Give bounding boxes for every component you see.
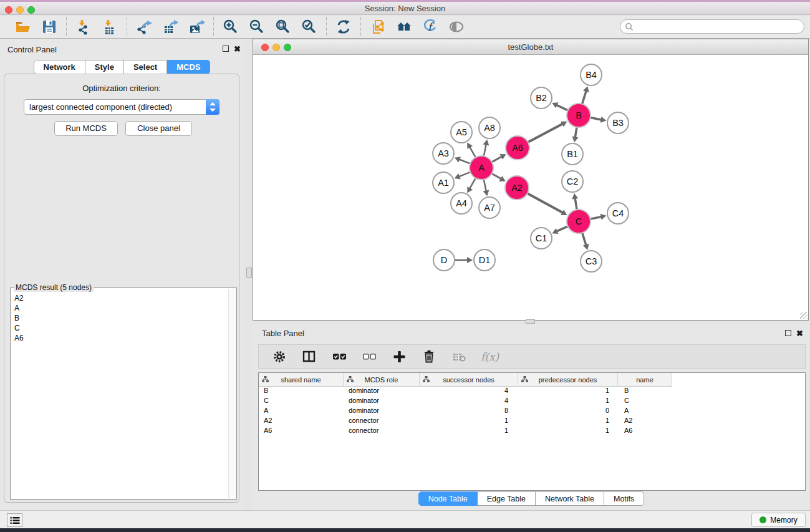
network-graph[interactable]: B4B2BB3A5A8A6A3B1AA1C2A2A4A7C4CC1C3DD1: [253, 55, 808, 320]
export-table-button[interactable]: [162, 18, 179, 36]
memory-button[interactable]: Memory: [751, 513, 806, 527]
tab-edge-table[interactable]: Edge Table: [478, 491, 536, 506]
export-network-button[interactable]: [135, 18, 153, 36]
table-cell[interactable]: 1: [420, 417, 518, 427]
edge-A-A7[interactable]: [484, 180, 486, 191]
edge-A-A5[interactable]: [470, 147, 475, 158]
open-session-button[interactable]: [14, 18, 32, 36]
edge-A-A8[interactable]: [484, 144, 486, 156]
table-cell[interactable]: A6: [259, 427, 344, 437]
table-row[interactable]: A2connector11A2: [259, 417, 805, 427]
float-panel-icon[interactable]: [223, 46, 229, 52]
table-cell[interactable]: B: [618, 387, 672, 397]
table-cell[interactable]: dominator: [344, 387, 420, 397]
edge-A-A2[interactable]: [492, 173, 501, 179]
import-table-button[interactable]: [101, 18, 118, 36]
neighborhood-button[interactable]: [395, 18, 413, 36]
edge-B-B1[interactable]: [575, 127, 577, 138]
add-button[interactable]: [391, 349, 407, 365]
table-cell[interactable]: 1: [518, 417, 618, 427]
mcds-result-list[interactable]: A2ABCA6: [11, 291, 228, 499]
task-history-button[interactable]: [7, 513, 22, 527]
result-scrollbar[interactable]: [228, 289, 236, 498]
search-input[interactable]: [634, 21, 804, 32]
table-row[interactable]: A6connector11A6: [259, 427, 805, 437]
zoom-selected-button[interactable]: [301, 18, 318, 36]
run-mcds-button[interactable]: Run MCDS: [54, 121, 118, 136]
function-builder-button[interactable]: f(x): [481, 351, 499, 363]
zoom-fit-button[interactable]: [274, 18, 292, 36]
network-window-titlebar[interactable]: testGlobe.txt: [253, 39, 808, 55]
refresh-button[interactable]: [335, 18, 352, 36]
result-item[interactable]: A: [14, 303, 228, 313]
delete-table-button[interactable]: [451, 349, 467, 365]
edge-A-A3[interactable]: [459, 160, 470, 164]
close-panel-icon[interactable]: ✖: [234, 45, 241, 53]
edge-A-A1[interactable]: [459, 172, 470, 177]
edge-C-C1[interactable]: [557, 226, 568, 231]
result-item[interactable]: A2: [14, 293, 228, 303]
table-cell[interactable]: A2: [259, 417, 344, 427]
search-box[interactable]: [620, 19, 804, 34]
table-row[interactable]: Cdominator41C: [259, 397, 805, 407]
edge-B-B4[interactable]: [582, 91, 586, 104]
column-header-name[interactable]: name: [618, 373, 672, 387]
tab-select[interactable]: Select: [124, 60, 167, 74]
settings-button[interactable]: [271, 349, 287, 365]
tab-node-table[interactable]: Node Table: [418, 491, 478, 506]
table-cell[interactable]: 0: [518, 407, 618, 417]
table-cell[interactable]: 1: [518, 387, 618, 397]
zoom-out-button[interactable]: [248, 18, 266, 36]
duplicate-network-button[interactable]: [369, 18, 387, 36]
result-item[interactable]: A6: [14, 333, 228, 343]
edge-C-C2[interactable]: [575, 198, 577, 210]
apply-style-button[interactable]: f: [422, 18, 439, 36]
resize-grip[interactable]: [800, 312, 808, 319]
table-cell[interactable]: 8: [420, 407, 518, 417]
table-row[interactable]: Adominator80A: [259, 407, 805, 417]
tab-motifs[interactable]: Motifs: [604, 491, 644, 506]
table-cell[interactable]: A6: [618, 427, 672, 437]
edge-C-C4[interactable]: [591, 216, 602, 219]
table-row[interactable]: Bdominator41B: [259, 387, 805, 397]
import-network-button[interactable]: [75, 18, 92, 36]
edge-A2-C[interactable]: [528, 193, 563, 213]
table-cell[interactable]: A: [259, 407, 344, 417]
split-columns-button[interactable]: [301, 349, 317, 365]
table-cell[interactable]: dominator: [344, 407, 420, 417]
horizontal-splitter-handle[interactable]: [526, 319, 535, 324]
delete-button[interactable]: [421, 349, 437, 365]
export-image-button[interactable]: [188, 18, 205, 36]
table-cell[interactable]: 4: [420, 387, 518, 397]
close-panel-button[interactable]: Close panel: [125, 121, 192, 136]
table-cell[interactable]: 4: [420, 397, 518, 407]
edge-A6-B[interactable]: [528, 124, 563, 143]
edge-B-B3[interactable]: [591, 118, 602, 120]
zoom-in-button[interactable]: [222, 18, 239, 36]
result-item[interactable]: C: [14, 323, 228, 333]
table-float-icon[interactable]: [785, 330, 791, 336]
edge-A-A4[interactable]: [470, 178, 475, 189]
table-cell[interactable]: 1: [518, 427, 618, 437]
edge-B-B2[interactable]: [556, 105, 567, 110]
uncheck-all-button[interactable]: [361, 349, 377, 365]
column-header-shared-name[interactable]: shared name: [259, 373, 344, 387]
tab-mcds[interactable]: MCDS: [167, 60, 210, 74]
table-cell[interactable]: A: [618, 407, 672, 417]
network-canvas[interactable]: B4B2BB3A5A8A6A3B1AA1C2A2A4A7C4CC1C3DD1: [253, 55, 808, 320]
vertical-splitter-handle[interactable]: [246, 268, 252, 278]
edge-C-C3[interactable]: [582, 233, 586, 245]
check-all-button[interactable]: [331, 349, 347, 365]
edge-A-A6[interactable]: [492, 157, 502, 162]
criterion-dropdown[interactable]: largest connected component (directed): [24, 99, 219, 115]
table-close-icon[interactable]: ✖: [796, 329, 803, 337]
titlebar[interactable]: Session: New Session: [0, 2, 810, 15]
result-item[interactable]: B: [14, 313, 228, 323]
table-cell[interactable]: 1: [420, 427, 518, 437]
table-cell[interactable]: connector: [344, 427, 420, 437]
show-hide-button[interactable]: [448, 18, 465, 36]
tab-network-table[interactable]: Network Table: [536, 491, 604, 506]
column-header-MCDS-role[interactable]: MCDS role: [344, 373, 420, 387]
table-cell[interactable]: C: [259, 397, 344, 407]
table-cell[interactable]: C: [618, 397, 672, 407]
